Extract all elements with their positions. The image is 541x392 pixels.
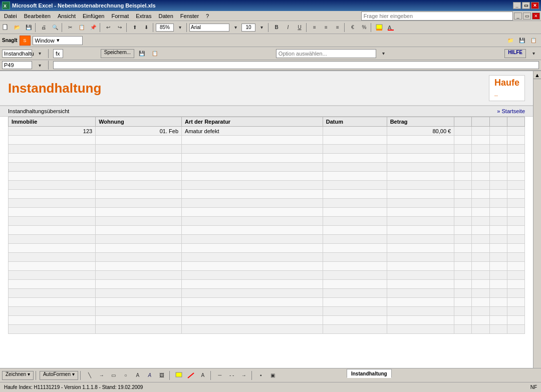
table-cell[interactable] [489,181,507,190]
table-row[interactable] [9,136,525,145]
table-cell[interactable] [323,136,387,145]
table-row[interactable] [9,271,525,280]
table-row[interactable]: 12301. FebAmatur defekt80,00 € [9,127,525,136]
table-cell[interactable] [454,208,472,217]
table-row[interactable] [9,208,525,217]
sheet-tab-instandhaltung[interactable]: Instandhaltung [347,369,392,378]
table-row[interactable] [9,307,525,316]
table-row[interactable] [9,199,525,208]
table-cell[interactable] [96,208,182,217]
table-cell[interactable] [182,316,323,325]
table-cell[interactable] [323,190,387,199]
vertical-scrollbar[interactable]: ▲ ▼ [533,71,541,392]
table-row[interactable] [9,145,525,154]
table-cell[interactable] [9,154,96,163]
paste-button[interactable]: 📌 [88,23,99,33]
draw-line-tool[interactable]: ╲ [84,370,95,380]
table-cell[interactable]: 01. Feb [96,127,182,136]
align-right-button[interactable]: ≡ [332,23,343,33]
table-cell[interactable] [472,226,489,235]
table-cell[interactable] [323,307,387,316]
table-cell[interactable] [9,208,96,217]
window-dropdown[interactable]: Window ▾ [33,36,83,45]
table-row[interactable] [9,253,525,262]
tb-icon2[interactable]: 💾 [516,36,527,46]
table-cell[interactable] [454,145,472,154]
table-cell[interactable] [387,280,454,289]
table-cell[interactable] [507,235,524,244]
table-cell[interactable] [507,280,524,289]
table-cell[interactable] [323,316,387,325]
table-cell[interactable] [489,190,507,199]
table-row[interactable] [9,163,525,172]
table-cell[interactable] [507,136,524,145]
table-cell[interactable] [507,163,524,172]
table-cell[interactable] [323,235,387,244]
draw-fontcolor-btn[interactable]: A [197,370,208,380]
table-cell[interactable] [472,316,489,325]
fontsize-input[interactable] [241,24,255,32]
menu-einfuegen[interactable]: Einfügen [80,13,107,20]
zoom-dropdown-button[interactable]: ▾ [174,23,185,33]
table-cell[interactable] [454,271,472,280]
table-cell[interactable] [472,145,489,154]
table-cell[interactable] [454,181,472,190]
table-row[interactable] [9,325,525,334]
table-cell[interactable] [9,280,96,289]
table-cell[interactable] [387,217,454,226]
table-cell[interactable] [182,208,323,217]
table-cell[interactable] [96,244,182,253]
table-cell[interactable] [9,253,96,262]
table-row[interactable] [9,316,525,325]
table-cell[interactable] [472,190,489,199]
table-cell[interactable] [489,253,507,262]
table-cell[interactable] [507,154,524,163]
table-cell[interactable] [472,253,489,262]
table-cell[interactable] [182,154,323,163]
tb-icon3[interactable]: 📋 [528,36,539,46]
table-cell[interactable] [9,190,96,199]
table-cell[interactable] [323,154,387,163]
fontsize-dropdown-button[interactable]: ▾ [256,23,267,33]
table-cell[interactable] [489,199,507,208]
table-cell[interactable] [472,163,489,172]
table-row[interactable] [9,280,525,289]
table-cell[interactable] [387,307,454,316]
table-cell[interactable] [96,271,182,280]
table-cell[interactable] [507,298,524,307]
table-cell[interactable] [182,136,323,145]
table-cell[interactable] [9,145,96,154]
table-cell[interactable] [182,271,323,280]
table-cell[interactable] [472,208,489,217]
draw-clipart-tool[interactable]: 🖼 [156,370,167,380]
table-cell[interactable] [472,127,489,136]
table-cell[interactable] [96,172,182,181]
cell-reference[interactable]: P49 [2,61,32,69]
table-cell[interactable] [182,244,323,253]
bold-button[interactable]: B [271,23,282,33]
table-cell[interactable] [9,271,96,280]
table-cell[interactable] [507,289,524,298]
table-cell[interactable] [182,226,323,235]
table-cell[interactable] [323,280,387,289]
help-expand-btn[interactable]: ▾ [528,49,539,59]
font-dropdown-button[interactable]: ▾ [230,23,241,33]
table-cell[interactable] [182,307,323,316]
cut-button[interactable]: ✂ [65,23,76,33]
table-cell[interactable] [9,226,96,235]
draw-shadow-btn[interactable]: ▪ [255,370,266,380]
font-color-button[interactable]: A [385,23,396,33]
table-row[interactable] [9,172,525,181]
table-cell[interactable] [387,271,454,280]
table-cell[interactable] [387,235,454,244]
table-cell[interactable] [489,298,507,307]
sort-asc-button[interactable]: ⬆ [129,23,140,33]
table-cell[interactable] [507,190,524,199]
table-cell[interactable] [489,163,507,172]
table-cell[interactable] [507,325,524,334]
table-cell[interactable] [387,316,454,325]
currency-button[interactable]: € [347,23,358,33]
draw-linestyle-btn[interactable]: ─ [214,370,225,380]
table-cell[interactable] [489,262,507,271]
table-cell[interactable] [489,226,507,235]
